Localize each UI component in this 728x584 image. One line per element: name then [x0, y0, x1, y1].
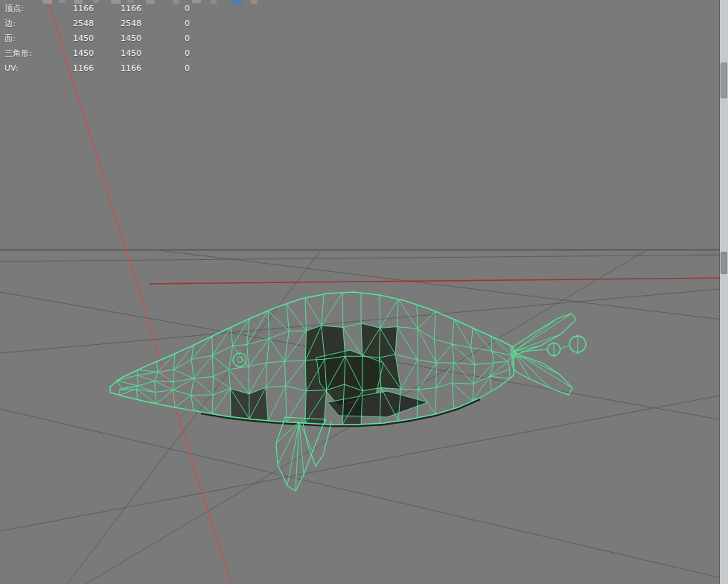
edges-count2: 2548 — [121, 16, 185, 31]
faces-label: 面: — [4, 31, 73, 46]
vertices-selected: 0 — [185, 1, 214, 16]
hud-row-uv: UV: 1166 1166 0 — [4, 61, 214, 76]
hud-row-vertices: 顶点: 1166 1166 0 — [4, 1, 214, 16]
faces-total: 1450 — [73, 31, 121, 46]
vertices-total: 1166 — [73, 1, 121, 16]
axis-lines — [48, 0, 728, 584]
toolbar-icon-fragment[interactable] — [251, 0, 258, 4]
uv-label: UV: — [4, 61, 73, 76]
poly-count-hud: 顶点: 1166 1166 0 边: 2548 2548 0 面: 1450 1… — [4, 1, 214, 76]
vertices-count2: 1166 — [121, 1, 185, 16]
uv-total: 1166 — [73, 61, 121, 76]
hud-row-edges: 边: 2548 2548 0 — [4, 16, 214, 31]
scrollbar-thumb[interactable] — [721, 63, 727, 98]
viewport-scrollbar[interactable] — [719, 0, 728, 584]
toolbar-icon-fragment[interactable] — [232, 0, 242, 5]
uv-count2: 1166 — [121, 61, 185, 76]
scrollbar-thumb-secondary[interactable] — [721, 252, 727, 274]
triangles-count2: 1450 — [121, 46, 185, 61]
edges-total: 2548 — [73, 16, 121, 31]
faces-count2: 1450 — [121, 31, 185, 46]
vertices-label: 顶点: — [4, 1, 73, 16]
triangles-label: 三角形: — [4, 46, 73, 61]
fish-wireframe-model[interactable] — [110, 292, 576, 491]
hud-row-faces: 面: 1450 1450 0 — [4, 31, 214, 46]
triangles-selected: 0 — [185, 46, 214, 61]
hud-row-triangles: 三角形: 1450 1450 0 — [4, 46, 214, 61]
triangles-total: 1450 — [73, 46, 121, 61]
3d-viewport[interactable]: 顶点: 1166 1166 0 边: 2548 2548 0 面: 1450 1… — [0, 0, 728, 584]
edges-label: 边: — [4, 16, 73, 31]
viewport-canvas[interactable] — [0, 0, 728, 584]
edges-selected: 0 — [185, 16, 214, 31]
faces-selected: 0 — [185, 31, 214, 46]
uv-selected: 0 — [185, 61, 214, 76]
